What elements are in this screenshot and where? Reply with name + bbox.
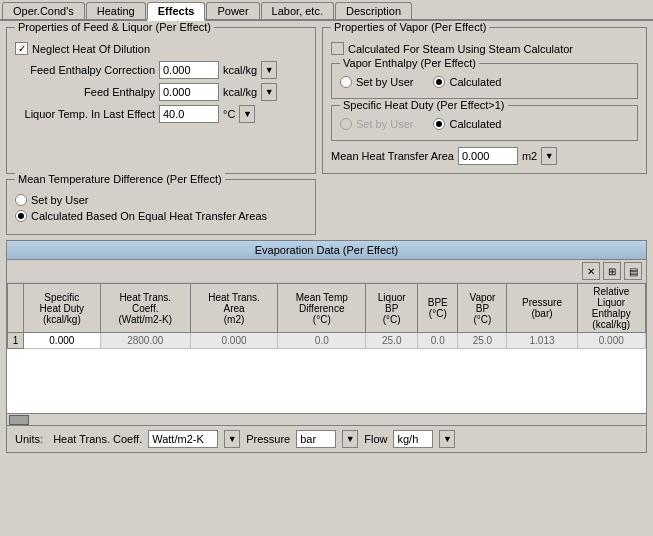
vapor-enthalpy-box: Vapor Enthalpy (Per Effect) Set by User …: [331, 63, 638, 99]
spec-radio-group: Set by User Calculated: [340, 118, 629, 134]
liquor-temp-row: Liquor Temp. In Last Effect °C ▼: [15, 105, 307, 123]
flow-unit-dropdown[interactable]: ▼: [439, 430, 455, 448]
mean-heat-row: Mean Heat Transfer Area m2 ▼: [331, 147, 638, 165]
feed-enthalpy-dropdown[interactable]: ▼: [261, 83, 277, 101]
feed-enthalpy-input[interactable]: [159, 83, 219, 101]
mean-heat-dropdown[interactable]: ▼: [541, 147, 557, 165]
feed-enthalpy-correction-dropdown[interactable]: ▼: [261, 61, 277, 79]
table-row: 1 0.000 2800.00 0.000 0.0 25.0 0.0 25.0 …: [8, 333, 646, 349]
row-num-1: 1: [8, 333, 24, 349]
feed-liquor-panel: Properties of Feed & Liquor (Per Effect)…: [6, 27, 316, 174]
table-header-row: SpecificHeat Duty(kcal/kg) Heat Trans.Co…: [8, 284, 646, 333]
cell-liquor-bp-1: 25.0: [366, 333, 418, 349]
specific-heat-box: Specific Heat Duty (Per Effect>1) Set by…: [331, 105, 638, 141]
steam-calc-row: Calculated For Steam Using Steam Calcula…: [331, 42, 638, 55]
cell-vapor-bp-1: 25.0: [458, 333, 507, 349]
specific-heat-title: Specific Heat Duty (Per Effect>1): [340, 99, 508, 111]
col-specific-heat: SpecificHeat Duty(kcal/kg): [24, 284, 101, 333]
tab-heating[interactable]: Heating: [86, 2, 146, 19]
scrollbar-thumb[interactable]: [9, 415, 29, 425]
evap-table: SpecificHeat Duty(kcal/kg) Heat Trans.Co…: [7, 283, 646, 349]
pressure-unit-label: Pressure: [246, 433, 290, 445]
mean-heat-unit: m2: [522, 150, 537, 162]
cell-relative-liquor-1: 0.000: [577, 333, 645, 349]
feed-enthalpy-correction-input[interactable]: [159, 61, 219, 79]
evap-table-container[interactable]: SpecificHeat Duty(kcal/kg) Heat Trans.Co…: [7, 283, 646, 413]
col-heat-trans-coeff: Heat Trans.Coeff.(Watt/m2-K): [100, 284, 190, 333]
mean-temp-set-by-user-label: Set by User: [31, 194, 88, 206]
vapor-set-by-user-row: Set by User: [340, 76, 413, 88]
mean-temp-calculated-label: Calculated Based On Equal Heat Transfer …: [31, 210, 267, 222]
vapor-calculated-label: Calculated: [449, 76, 501, 88]
evap-toolbar: ✕ ⊞ ▤: [7, 260, 646, 283]
spec-calculated-label: Calculated: [449, 118, 501, 130]
main-content: Properties of Feed & Liquor (Per Effect)…: [0, 21, 653, 459]
spec-calculated-radio[interactable]: [433, 118, 445, 130]
top-row: Properties of Feed & Liquor (Per Effect)…: [6, 27, 647, 174]
cell-heat-trans-area-1: 0.000: [190, 333, 277, 349]
mean-temp-calculated-row: Calculated Based On Equal Heat Transfer …: [15, 210, 307, 222]
heat-trans-coeff-unit-input[interactable]: [148, 430, 218, 448]
tab-bar: Oper.Cond's Heating Effects Power Labor,…: [0, 0, 653, 21]
grid2-button[interactable]: ▤: [624, 262, 642, 280]
col-mean-temp-diff: Mean TempDifference(°C): [278, 284, 366, 333]
heat-trans-coeff-label: Heat Trans. Coeff.: [53, 433, 142, 445]
neglect-heat-checkbox[interactable]: ✓: [15, 42, 28, 55]
spec-set-by-user-label: Set by User: [356, 118, 413, 130]
pressure-unit-input[interactable]: [296, 430, 336, 448]
neglect-heat-row: ✓ Neglect Heat Of Dilution: [15, 42, 307, 55]
flow-unit-label: Flow: [364, 433, 387, 445]
vapor-set-by-user-radio[interactable]: [340, 76, 352, 88]
col-relative-liquor: RelativeLiquorEnthalpy(kcal/kg): [577, 284, 645, 333]
horizontal-scrollbar[interactable]: [7, 413, 646, 425]
col-num: [8, 284, 24, 333]
evap-title: Evaporation Data (Per Effect): [255, 244, 398, 256]
spec-calculated-row: Calculated: [433, 118, 501, 130]
col-liquor-bp: LiquorBP(°C): [366, 284, 418, 333]
mean-temp-calculated-radio[interactable]: [15, 210, 27, 222]
pressure-unit-dropdown[interactable]: ▼: [342, 430, 358, 448]
liquor-temp-input[interactable]: [159, 105, 219, 123]
vapor-radio-group: Set by User Calculated: [340, 76, 629, 92]
liquor-temp-dropdown[interactable]: ▼: [239, 105, 255, 123]
feed-enthalpy-unit: kcal/kg: [223, 86, 257, 98]
liquor-temp-unit: °C: [223, 108, 235, 120]
flow-unit-input[interactable]: [393, 430, 433, 448]
tab-power[interactable]: Power: [206, 2, 259, 19]
col-pressure: Pressure(bar): [507, 284, 577, 333]
vapor-enthalpy-title: Vapor Enthalpy (Per Effect): [340, 57, 479, 69]
steam-calc-checkbox[interactable]: [331, 42, 344, 55]
mean-temp-set-by-user-radio[interactable]: [15, 194, 27, 206]
cell-bpe-1: 0.0: [418, 333, 458, 349]
col-vapor-bp: VaporBP(°C): [458, 284, 507, 333]
mean-temp-set-by-user-row: Set by User: [15, 194, 307, 206]
feed-enthalpy-label: Feed Enthalpy: [15, 86, 155, 98]
tab-oper-conds[interactable]: Oper.Cond's: [2, 2, 85, 19]
feed-enthalpy-row: Feed Enthalpy kcal/kg ▼: [15, 83, 307, 101]
evap-section: Evaporation Data (Per Effect) ✕ ⊞ ▤ Spec…: [6, 240, 647, 453]
mean-temp-panel: Mean Temperature Difference (Per Effect)…: [6, 179, 316, 235]
mean-heat-input[interactable]: [458, 147, 518, 165]
liquor-temp-label: Liquor Temp. In Last Effect: [15, 108, 155, 120]
grid1-button[interactable]: ⊞: [603, 262, 621, 280]
vapor-calculated-row: Calculated: [433, 76, 501, 88]
col-heat-trans-area: Heat Trans.Area(m2): [190, 284, 277, 333]
tab-description[interactable]: Description: [335, 2, 412, 19]
tab-labor-etc[interactable]: Labor, etc.: [261, 2, 334, 19]
mean-temp-title: Mean Temperature Difference (Per Effect): [15, 173, 225, 185]
vapor-panel-title: Properties of Vapor (Per Effect): [331, 21, 489, 33]
evap-header: Evaporation Data (Per Effect): [7, 241, 646, 260]
vapor-panel: Properties of Vapor (Per Effect) Calcula…: [322, 27, 647, 174]
heat-trans-coeff-unit-dropdown[interactable]: ▼: [224, 430, 240, 448]
vapor-calculated-radio[interactable]: [433, 76, 445, 88]
close-button[interactable]: ✕: [582, 262, 600, 280]
spec-set-by-user-radio[interactable]: [340, 118, 352, 130]
tab-effects[interactable]: Effects: [147, 2, 206, 21]
feed-enthalpy-correction-row: Feed Enthalpy Correction kcal/kg ▼: [15, 61, 307, 79]
mean-heat-label: Mean Heat Transfer Area: [331, 150, 454, 162]
cell-specific-heat-1[interactable]: 0.000: [24, 333, 101, 349]
feed-enthalpy-correction-unit: kcal/kg: [223, 64, 257, 76]
cell-pressure-1: 1.013: [507, 333, 577, 349]
feed-liquor-title: Properties of Feed & Liquor (Per Effect): [15, 21, 214, 33]
units-label: Units:: [15, 433, 43, 445]
